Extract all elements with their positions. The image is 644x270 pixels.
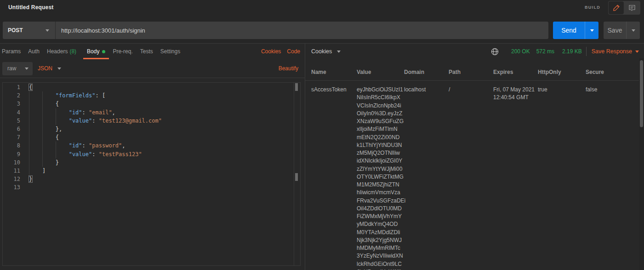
send-options-arrow[interactable]: [585, 22, 598, 39]
chevron-down-icon: [46, 29, 49, 32]
cookie-domain: localhost: [404, 86, 449, 270]
column-header-path: Path: [449, 69, 493, 75]
tab-label: Auth: [28, 48, 40, 55]
divider: [586, 47, 587, 56]
tab-label: Tests: [140, 48, 153, 55]
comments-button[interactable]: [624, 1, 640, 15]
chevron-down-icon: [590, 29, 594, 32]
method-select[interactable]: POST: [3, 22, 56, 39]
body-mode-select[interactable]: raw: [2, 62, 33, 75]
cookies-link[interactable]: Cookies: [261, 48, 281, 55]
send-button[interactable]: Send: [553, 22, 598, 39]
body-toolbar: raw JSON Beautify: [0, 59, 305, 78]
column-header-domain: Domain: [404, 69, 449, 75]
chevron-down-icon: [632, 29, 635, 32]
response-scrollbar-thumb[interactable]: [640, 60, 643, 127]
cookie-table-header: Name Value Domain Path Expires HttpOnly …: [305, 59, 639, 81]
cookie-expires: Fri, 07 May 2021 12:40:54 GMT: [493, 86, 538, 270]
chevron-down-icon: [635, 51, 639, 53]
column-header-value: Value: [357, 69, 404, 75]
send-button-label: Send: [553, 22, 585, 39]
tab-headers[interactable]: Headers(8): [43, 44, 80, 59]
build-label: BUILD: [585, 5, 600, 10]
tab-label: Settings: [160, 48, 180, 55]
mode-toggle-group: [608, 1, 640, 15]
request-title: Untitled Request: [8, 4, 54, 11]
request-tabs: Params Auth Headers(8) Body Pre-req. Tes…: [0, 44, 305, 59]
tab-label: Body: [87, 48, 99, 55]
cookie-table-row[interactable]: sAccessToken eyJhbGciOiJSUzI1 NiIsInR5cC…: [305, 81, 644, 270]
url-input[interactable]: [56, 22, 548, 39]
url-field: POST: [3, 22, 548, 39]
comment-icon: [628, 4, 636, 11]
response-pane: Cookies 200 OK 572 ms 2.19 KB: [305, 44, 644, 270]
save-response-button[interactable]: Save Response: [592, 48, 639, 55]
tab-pre-request[interactable]: Pre-req.: [109, 44, 136, 59]
response-size: 2.19 KB: [562, 48, 582, 55]
save-response-label: Save Response: [592, 48, 632, 55]
response-cookies-dropdown[interactable]: Cookies: [311, 48, 341, 55]
save-button-label: Save: [604, 22, 626, 39]
editor-line-numbers: 12345678910111213: [3, 83, 20, 265]
code-editor[interactable]: 12345678910111213 { "formFields": [ { "i…: [2, 82, 301, 266]
response-time: 572 ms: [536, 48, 554, 55]
headers-count-badge: (8): [69, 48, 76, 55]
response-scrollbar[interactable]: [639, 58, 644, 270]
request-tab-links: Cookies Code: [261, 44, 305, 59]
chevron-down-icon: [57, 68, 61, 70]
code-link[interactable]: Code: [287, 48, 300, 55]
cookie-httponly: true: [538, 86, 586, 270]
chevron-down-icon: [25, 68, 28, 70]
editor-code[interactable]: { "formFields": [ { "id": "email", "valu…: [29, 83, 300, 265]
tab-tests[interactable]: Tests: [137, 44, 157, 59]
language-select[interactable]: JSON: [38, 65, 61, 72]
tab-label: Params: [2, 48, 21, 55]
language-label: JSON: [38, 65, 52, 72]
editor-scroll-annotation: [295, 83, 298, 91]
column-header-httponly: HttpOnly: [538, 69, 586, 75]
chevron-down-icon: [337, 51, 341, 53]
tab-label: Pre-req.: [113, 48, 132, 55]
response-status: 200 OK: [511, 48, 530, 55]
request-url-bar: POST Send Save: [0, 18, 644, 43]
tab-settings[interactable]: Settings: [157, 44, 184, 59]
body-editor-wrap: 12345678910111213 { "formFields": [ { "i…: [0, 78, 305, 270]
topbar-right: BUILD: [585, 0, 640, 15]
save-button[interactable]: Save: [604, 22, 640, 39]
tab-body[interactable]: Body: [83, 44, 109, 59]
request-pane: Params Auth Headers(8) Body Pre-req. Tes…: [0, 44, 305, 270]
cookie-name: sAccessToken: [311, 86, 357, 270]
tab-params[interactable]: Params: [2, 44, 24, 59]
response-header: Cookies 200 OK 572 ms 2.19 KB: [305, 44, 644, 59]
cookie-path: /: [449, 86, 493, 270]
body-modified-dot: [102, 50, 105, 53]
edit-mode-button[interactable]: [609, 1, 624, 14]
method-label: POST: [8, 27, 23, 34]
response-meta: 200 OK 572 ms 2.19 KB Save Response: [491, 47, 639, 56]
column-header-secure: Secure: [586, 69, 639, 75]
cookie-value: eyJhbGciOiJSUzI1 NiIsInR5cCI6IkpX VCIsIn…: [357, 86, 404, 270]
network-globe-icon[interactable]: [491, 48, 499, 56]
column-header-expires: Expires: [493, 69, 538, 75]
beautify-link[interactable]: Beautify: [279, 65, 298, 72]
editor-scroll-annotation: [295, 173, 298, 181]
tab-label: Headers: [47, 48, 68, 55]
response-cookies-label: Cookies: [311, 48, 332, 55]
main-area: Params Auth Headers(8) Body Pre-req. Tes…: [0, 43, 644, 270]
app-window: Untitled Request BUILD: [0, 0, 644, 270]
body-mode-label: raw: [7, 65, 16, 72]
save-options-arrow[interactable]: [626, 22, 640, 39]
pencil-icon: [613, 4, 620, 11]
editor-scrollbar-track: [294, 83, 294, 265]
cookie-secure: false: [586, 86, 644, 270]
top-bar: Untitled Request BUILD: [0, 0, 644, 18]
column-header-name: Name: [311, 69, 357, 75]
tab-auth[interactable]: Auth: [24, 44, 43, 59]
